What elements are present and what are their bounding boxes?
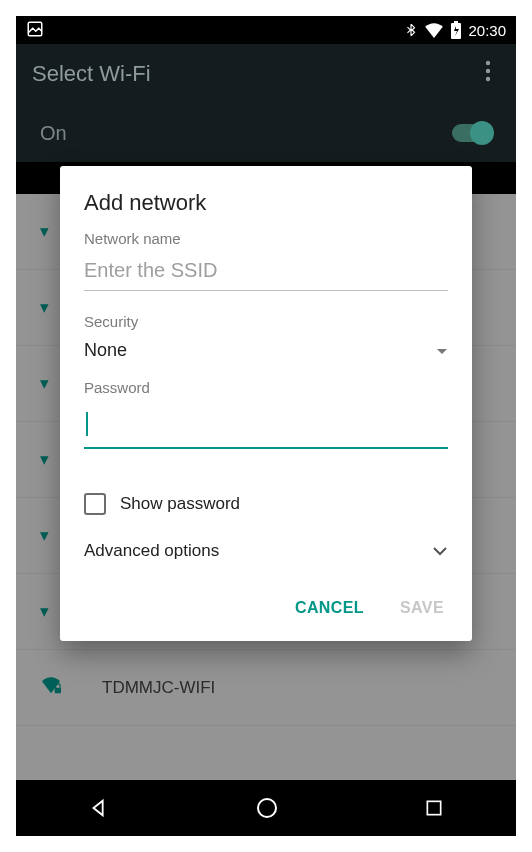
dialog-title: Add network xyxy=(84,190,448,216)
svg-point-3 xyxy=(486,61,490,65)
system-nav-bar xyxy=(16,780,516,836)
show-password-checkbox[interactable] xyxy=(84,493,106,515)
app-bar: Select Wi-Fi xyxy=(16,44,516,104)
cancel-button[interactable]: CANCEL xyxy=(291,593,368,623)
svg-point-5 xyxy=(486,77,490,81)
status-bar: 20:30 xyxy=(16,16,516,44)
chevron-down-icon xyxy=(432,542,448,560)
wifi-master-toggle-row: On xyxy=(16,104,516,162)
wifi-toggle-label: On xyxy=(40,122,67,145)
image-icon xyxy=(26,20,44,41)
svg-rect-8 xyxy=(427,801,440,814)
show-password-label: Show password xyxy=(120,494,240,514)
security-label: Security xyxy=(84,313,448,330)
advanced-options-label: Advanced options xyxy=(84,541,219,561)
nav-recents-button[interactable] xyxy=(424,798,444,818)
bluetooth-icon xyxy=(404,21,418,39)
password-input[interactable] xyxy=(84,404,448,449)
battery-charging-icon xyxy=(450,21,462,39)
security-dropdown[interactable]: None xyxy=(84,338,448,367)
nav-home-button[interactable] xyxy=(255,796,279,820)
overflow-menu-button[interactable] xyxy=(476,60,500,88)
page-title: Select Wi-Fi xyxy=(32,61,151,87)
dropdown-caret-icon xyxy=(436,342,448,360)
network-name-input[interactable] xyxy=(84,255,448,291)
save-button[interactable]: SAVE xyxy=(396,593,448,623)
svg-rect-2 xyxy=(454,21,458,23)
security-selected-value: None xyxy=(84,340,127,361)
password-label: Password xyxy=(84,379,448,396)
add-network-dialog: Add network Network name Security None P… xyxy=(60,166,472,641)
svg-point-7 xyxy=(258,799,276,817)
status-time: 20:30 xyxy=(468,22,506,39)
advanced-options-row[interactable]: Advanced options xyxy=(84,541,448,561)
wifi-icon xyxy=(424,22,444,38)
network-name-label: Network name xyxy=(84,230,448,247)
nav-back-button[interactable] xyxy=(88,797,110,819)
svg-point-4 xyxy=(486,69,490,73)
wifi-toggle-switch[interactable] xyxy=(452,124,492,142)
